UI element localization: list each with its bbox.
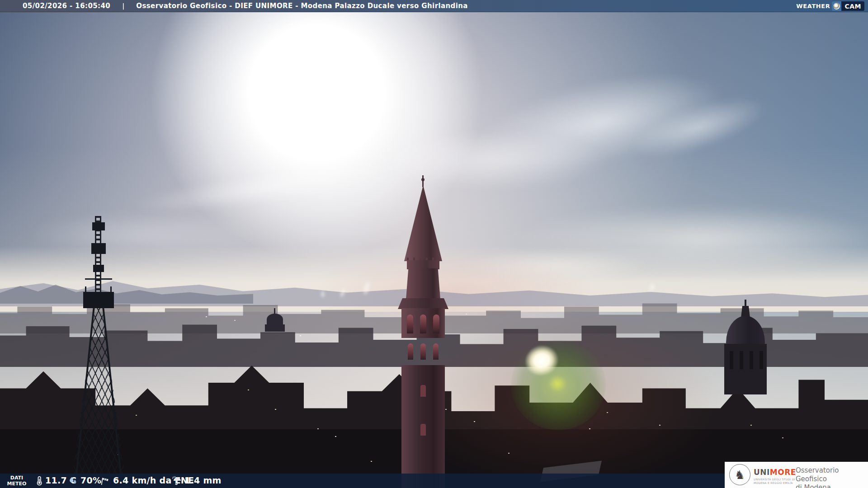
- smoke-plume: [321, 291, 325, 297]
- small-dome: [264, 308, 286, 332]
- church-dome: [721, 300, 770, 394]
- weathercam-logo-cam: CAM: [841, 1, 864, 11]
- wind-reading: 6.4 km/h da ENE: [113, 475, 194, 485]
- rain-reading: 1.4 mm: [184, 475, 222, 485]
- humidity-reading: 70%: [80, 475, 101, 485]
- unimore-wordmark: UNIMORE: [754, 468, 796, 477]
- university-seal-icon: ♞: [729, 464, 750, 485]
- thermometer-icon: [35, 476, 45, 486]
- windsock-icon: [99, 476, 109, 486]
- university-subtitle: UNIVERSITÀ DEGLI STUDI DI MODENA E REGGI…: [754, 478, 795, 484]
- webcam-photo: [0, 0, 868, 488]
- ghirlandina-tower: [388, 175, 458, 488]
- bell-chamber: [401, 308, 445, 338]
- header-bar: 05/02/2026 - 16:05:40 | Osservatorio Geo…: [0, 0, 868, 12]
- camera-lens-icon: [833, 3, 840, 9]
- water-drops-icon: [68, 476, 78, 486]
- dati-meteo-label: DATI METEO: [4, 475, 30, 487]
- separator: |: [122, 2, 124, 9]
- weathercam-logo-weather: WEATHER: [796, 3, 830, 9]
- weathercam-logo[interactable]: WEATHER CAM: [796, 1, 864, 11]
- umbrella-icon: [172, 476, 182, 486]
- webcam-frame: 05/02/2026 - 16:05:40 | Osservatorio Geo…: [0, 0, 868, 488]
- camera-title: Osservatorio Geofisico - DIEF UNIMORE - …: [136, 2, 468, 10]
- observatory-name: Osservatorio Geofisico di Modena: [796, 466, 868, 488]
- antenna-tower: [67, 216, 130, 488]
- tower-spire: [404, 185, 442, 261]
- lens-flare-core: [548, 375, 567, 392]
- unimore-logo-box[interactable]: ♞ UNIMORE UNIVERSITÀ DEGLI STUDI DI MODE…: [725, 462, 868, 488]
- timestamp: 05/02/2026 - 16:05:40: [23, 2, 110, 10]
